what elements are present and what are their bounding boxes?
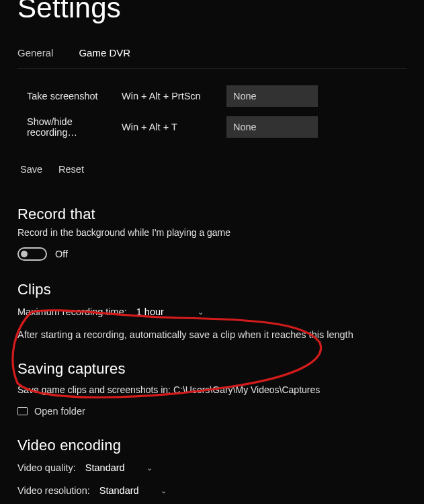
shortcuts-table: Take screenshot Win + Alt + PrtScn None … [17, 81, 407, 142]
shortcut-override-input[interactable]: None [226, 116, 318, 138]
page-title: Settings [17, 0, 407, 24]
tab-game-dvr[interactable]: Game DVR [79, 47, 130, 65]
tab-divider [17, 68, 407, 69]
open-folder-link[interactable]: Open folder [17, 406, 407, 417]
reset-button[interactable]: Reset [56, 164, 84, 175]
shortcut-row-recording: Show/hide recording… Win + Alt + T None [17, 112, 407, 142]
video-quality-dropdown[interactable]: Standard [85, 462, 125, 473]
clips-heading: Clips [17, 281, 407, 298]
shortcut-label: Take screenshot [17, 91, 122, 101]
captures-path: Save game clips and screenshots in: C:\U… [17, 384, 407, 395]
clips-note: After starting a recording, automaticall… [17, 329, 407, 340]
video-resolution-label: Video resolution: [17, 485, 90, 496]
shortcut-actions: Save Reset [17, 164, 407, 175]
video-quality-label: Video quality: [17, 462, 76, 473]
shortcut-key: Win + Alt + PrtScn [122, 91, 226, 101]
tab-bar: General Game DVR [17, 47, 407, 65]
video-resolution: Video resolution: Standard ⌄ [17, 485, 407, 496]
video-resolution-dropdown[interactable]: Standard [99, 485, 139, 496]
save-button[interactable]: Save [17, 164, 42, 175]
max-time-label: Maximum recording time: [17, 306, 127, 317]
video-quality: Video quality: Standard ⌄ [17, 462, 407, 473]
toggle-state-label: Off [55, 249, 68, 259]
shortcut-label: Show/hide recording… [17, 116, 122, 138]
record-heading: Record that [17, 206, 407, 223]
record-description: Record in the background while I'm playi… [17, 227, 407, 238]
video-encoding-heading: Video encoding [17, 437, 407, 454]
shortcut-key: Win + Alt + T [122, 122, 226, 132]
shortcut-row-screenshot: Take screenshot Win + Alt + PrtScn None [17, 81, 407, 112]
max-recording-time: Maximum recording time: 1 hour ⌄ [17, 306, 407, 317]
max-time-dropdown[interactable]: 1 hour [136, 306, 164, 317]
shortcut-override-input[interactable]: None [226, 85, 318, 107]
open-folder-label: Open folder [34, 406, 85, 417]
folder-icon [17, 407, 28, 415]
chevron-down-icon[interactable]: ⌄ [198, 308, 204, 317]
captures-heading: Saving captures [17, 360, 407, 378]
tab-general[interactable]: General [17, 47, 53, 65]
chevron-down-icon[interactable]: ⌄ [146, 464, 153, 472]
background-record-toggle[interactable] [17, 247, 47, 261]
chevron-down-icon[interactable]: ⌄ [161, 487, 167, 495]
